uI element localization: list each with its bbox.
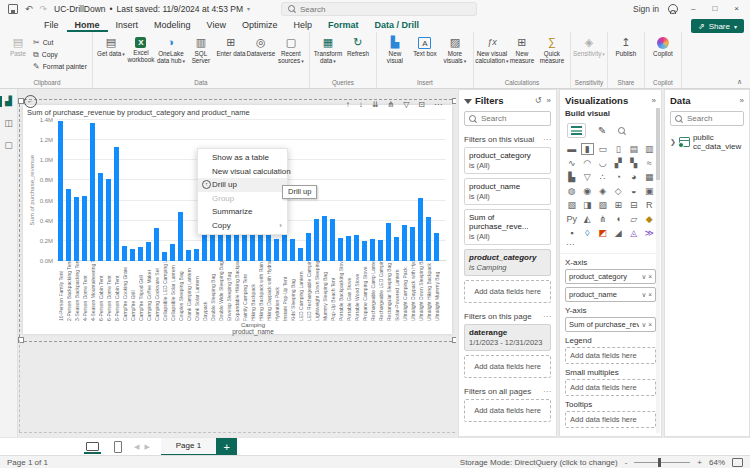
excel-workbook-button[interactable]: XExcel workbook bbox=[126, 35, 156, 63]
filled-map-icon[interactable]: ◉ bbox=[581, 185, 594, 197]
table-tree-item[interactable]: ❯ public cc_data_view bbox=[670, 133, 744, 151]
power-automate-icon[interactable]: ◩ bbox=[596, 227, 609, 239]
python-visual-icon[interactable]: Py bbox=[565, 213, 578, 225]
bar[interactable] bbox=[194, 249, 199, 261]
bar[interactable] bbox=[106, 179, 111, 261]
collapse-pane-icon[interactable]: » bbox=[740, 96, 744, 105]
menu-item-summarize[interactable]: Summarize bbox=[198, 205, 287, 219]
undo-icon[interactable]: ↶ bbox=[25, 4, 33, 14]
100-stacked-bar-chart-icon[interactable]: ▤ bbox=[627, 143, 640, 155]
matrix-icon[interactable]: ⊟ bbox=[627, 199, 640, 211]
onelake-data-hub-button[interactable]: ◑OneLake data hub▾ bbox=[156, 35, 186, 65]
data-search-input[interactable]: Search bbox=[670, 111, 744, 126]
build-visual-tab[interactable] bbox=[567, 123, 586, 138]
bar[interactable] bbox=[338, 238, 343, 261]
resize-handle[interactable] bbox=[452, 337, 456, 343]
text-box-button[interactable]: AText box bbox=[410, 35, 440, 57]
clustered-column-chart-icon[interactable]: ▯ bbox=[612, 143, 625, 155]
reset-filters-icon[interactable]: ↺ bbox=[535, 96, 542, 105]
menu-tab-home[interactable]: Home bbox=[67, 17, 108, 32]
enter-data-button[interactable]: ⊞Enter data bbox=[216, 35, 246, 57]
next-page-icon[interactable]: ▶ bbox=[144, 443, 149, 451]
get-more-visuals-icon[interactable]: ≫ bbox=[643, 227, 656, 239]
remove-field-icon[interactable]: × bbox=[648, 273, 652, 280]
add-data-fields-dropzone[interactable]: Add data fields here bbox=[464, 399, 551, 422]
storage-mode-text[interactable]: Storage Mode: DirectQuery (click to chan… bbox=[460, 458, 618, 467]
desktop-view-button[interactable] bbox=[84, 440, 101, 454]
scrollbar-thumb[interactable] bbox=[656, 108, 660, 180]
bar[interactable] bbox=[314, 219, 319, 261]
format-painter-button[interactable]: ✎Format painter bbox=[33, 62, 87, 71]
zoom-in-icon[interactable]: + bbox=[697, 458, 702, 467]
add-data-fields-dropzone[interactable]: Add data fields here bbox=[565, 411, 656, 428]
add-data-fields-dropzone[interactable]: Add data fields here bbox=[565, 379, 656, 396]
paste-button[interactable]: ▤Paste bbox=[5, 35, 31, 57]
new-visual-calculation-button[interactable]: ƒxNew visual calculation▾ bbox=[477, 35, 507, 65]
bar[interactable] bbox=[394, 237, 399, 261]
remove-field-icon[interactable]: × bbox=[648, 291, 652, 298]
paginated-report-icon[interactable]: ▪ bbox=[565, 227, 578, 239]
field-pill[interactable]: product_name∨× bbox=[565, 287, 656, 302]
bar[interactable] bbox=[298, 248, 303, 261]
line-chart-icon[interactable]: ∿ bbox=[565, 157, 578, 169]
bar[interactable] bbox=[74, 197, 79, 261]
menu-tab-insert[interactable]: Insert bbox=[108, 17, 147, 32]
azure-map-icon[interactable]: ◇ bbox=[612, 185, 625, 197]
bar[interactable] bbox=[354, 235, 359, 261]
new-visual-button[interactable]: ▙New visual bbox=[380, 35, 410, 64]
bar[interactable] bbox=[98, 173, 103, 261]
shape-map-icon[interactable]: ◈ bbox=[596, 185, 609, 197]
cut-button[interactable]: ✂Cut bbox=[33, 38, 87, 47]
menu-tab-modeling[interactable]: Modeling bbox=[146, 17, 199, 32]
line-and-clustered-column-chart-icon[interactable]: ▚ bbox=[627, 157, 640, 169]
more-visual-options-icon[interactable]: ⋯ bbox=[566, 240, 574, 249]
donut-chart-icon[interactable]: ◕ bbox=[627, 171, 640, 183]
menu-tab-help[interactable]: Help bbox=[285, 17, 320, 32]
field-pill[interactable]: product_category∨× bbox=[565, 269, 656, 284]
menu-tab-optimize[interactable]: Optimize bbox=[234, 17, 286, 32]
stacked-column-chart-icon[interactable]: ▮ bbox=[581, 143, 594, 155]
map-icon[interactable]: ◍ bbox=[565, 185, 578, 197]
share-button[interactable]: ⇗ Share ▾ bbox=[691, 19, 744, 33]
bar[interactable] bbox=[402, 225, 407, 261]
menu-item-group[interactable]: Group bbox=[198, 192, 287, 206]
multi-row-card-icon[interactable]: ▧ bbox=[565, 199, 578, 211]
slicer-icon[interactable]: ▨ bbox=[596, 199, 609, 211]
dataverse-button[interactable]: ◎Dataverse bbox=[246, 35, 276, 57]
format-visual-tab[interactable]: ✎ bbox=[598, 125, 606, 136]
close-button[interactable]: × bbox=[730, 4, 743, 13]
fit-to-page-icon[interactable] bbox=[732, 458, 743, 467]
field-pill[interactable]: Sum of purchase_reve...∨× bbox=[565, 317, 656, 332]
gauge-icon[interactable]: ◒ bbox=[627, 185, 640, 197]
arcgis-map-icon[interactable]: ◊ bbox=[581, 227, 594, 239]
chevron-down-icon[interactable]: ∨ bbox=[641, 291, 646, 299]
collapse-pane-icon[interactable]: » bbox=[547, 96, 551, 105]
qa-visual-icon[interactable]: ◖ bbox=[612, 213, 625, 225]
filter-card[interactable]: product_nameis (All) bbox=[464, 178, 551, 205]
account-icon[interactable] bbox=[668, 4, 678, 14]
menu-tab-data-drill[interactable]: Data / Drill bbox=[366, 17, 427, 32]
filters-search-input[interactable]: Search bbox=[464, 111, 551, 126]
focus-mode-icon[interactable]: ⊡ bbox=[418, 100, 425, 109]
more-visuals-button[interactable]: ▨More visuals▾ bbox=[440, 35, 470, 65]
bar[interactable] bbox=[274, 239, 279, 261]
filter-card[interactable]: product_categoryis Camping bbox=[464, 249, 551, 276]
add-data-fields-dropzone[interactable]: Add data fields here bbox=[464, 280, 551, 303]
copy-button[interactable]: ⧉Copy bbox=[33, 50, 87, 59]
go-to-next-level-icon[interactable]: ⇊ bbox=[372, 100, 379, 109]
bar[interactable] bbox=[386, 223, 391, 261]
bar[interactable] bbox=[130, 249, 135, 261]
bar[interactable] bbox=[122, 246, 127, 261]
clustered-bar-chart-icon[interactable]: ▭ bbox=[596, 143, 609, 155]
get-data-button[interactable]: ▤Get data▾ bbox=[96, 35, 126, 58]
model-view-icon[interactable]: ◫ bbox=[0, 118, 17, 129]
bar[interactable] bbox=[322, 216, 327, 261]
dax-query-view-icon[interactable]: ▢ bbox=[0, 140, 17, 151]
pie-chart-icon[interactable]: ◔ bbox=[612, 171, 625, 183]
zoom-slider-thumb[interactable] bbox=[658, 458, 661, 467]
report-canvas[interactable]: ← ↑↓⇊⋔▽⊡⋯ Sum of purchase_revenue by pro… bbox=[18, 89, 456, 437]
viz-pane-scrollbar[interactable] bbox=[656, 108, 660, 433]
bar[interactable] bbox=[378, 240, 383, 261]
100-stacked-column-chart-icon[interactable]: ▥ bbox=[643, 143, 656, 155]
mobile-view-icon[interactable] bbox=[114, 441, 122, 453]
